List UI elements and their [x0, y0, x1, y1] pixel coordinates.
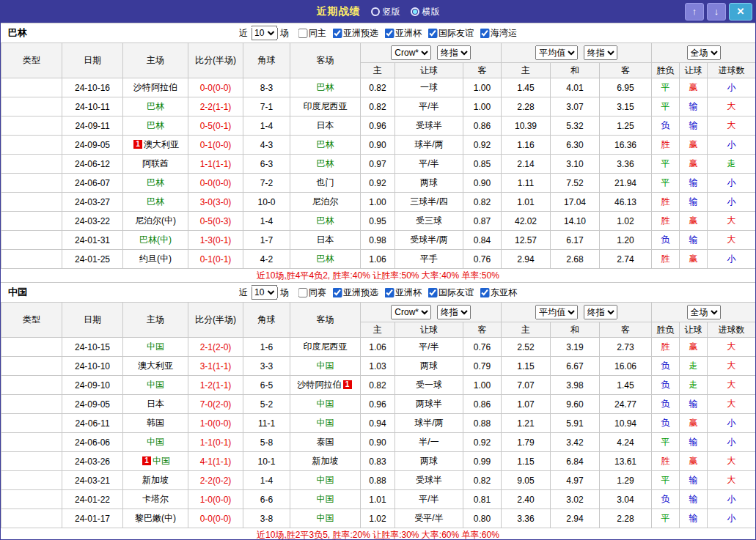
match-type-badge: 亚洲预选 [1, 174, 62, 193]
home-team: 约旦(中) [123, 250, 188, 269]
filter-checkbox-label: 同赛 [309, 286, 326, 299]
odds-home: 0.82 [361, 376, 395, 395]
odds-away: 0.82 [463, 193, 502, 212]
avg-select[interactable]: 平均值 [535, 45, 578, 60]
col-away: 客场 [290, 303, 361, 338]
odds-handicap: 球半/两 [395, 136, 463, 155]
match-row: 亚洲预选24-10-16沙特阿拉伯0-0(0-0)8-3巴林0.82一球1.00… [1, 78, 756, 97]
result-winlose: 胜 [652, 250, 680, 269]
avg-time-select[interactable]: 终指 [584, 305, 617, 319]
filter-checkbox[interactable] [332, 288, 342, 297]
filter-checkbox-label: 亚洲预选 [343, 286, 378, 299]
odds-away: 0.87 [463, 212, 502, 231]
odds-company-select[interactable]: Crow* [391, 45, 431, 60]
subcol-avg-home: 主 [502, 63, 551, 78]
avg-select[interactable]: 平均值 [535, 305, 578, 319]
avg-away-odds: 4.24 [600, 433, 652, 452]
radio-label: 竖版 [383, 6, 400, 18]
match-date: 24-10-15 [62, 338, 123, 357]
filter-checkbox[interactable] [332, 29, 342, 38]
result-handicap: 输 [680, 193, 708, 212]
filter-check-item[interactable]: 亚洲预选 [332, 27, 378, 40]
filter-checkbox-label: 国际友谊 [438, 286, 474, 299]
filter-checkbox[interactable] [480, 288, 489, 297]
avg-home-odds: 1.79 [502, 433, 551, 452]
corner-score: 10-1 [243, 452, 290, 471]
filter-matches-label: 场 [280, 286, 289, 299]
home-team: 韩国 [123, 414, 188, 433]
avg-away-odds: 3.04 [600, 490, 652, 509]
score: 1-0(0-0) [188, 414, 243, 433]
score: 1-0(0-0) [188, 490, 243, 509]
avg-away-odds: 1.25 [600, 116, 652, 136]
filter-check-item[interactable]: 亚洲预选 [332, 286, 378, 299]
avg-home-odds: 1.16 [502, 136, 551, 155]
filter-checkbox[interactable] [427, 29, 437, 38]
move-up-button[interactable]: ↑ [685, 3, 704, 21]
section-header: 巴林 近 10 场 同主亚洲预选亚洲杯国际友谊海湾运 [1, 23, 755, 42]
filter-check-item[interactable]: 亚洲杯 [384, 286, 422, 299]
match-count-select[interactable]: 10 [251, 285, 277, 300]
result-goals: 大 [708, 357, 756, 376]
filter-check-item[interactable]: 亚洲杯 [384, 27, 422, 40]
avg-away-odds: 2.73 [600, 338, 652, 357]
odds-time-select[interactable]: 终指 [437, 45, 471, 60]
away-team: 泰国 [290, 433, 361, 452]
corner-score: 5-8 [243, 433, 290, 452]
match-type-badge: 亚洲预选 [1, 212, 62, 231]
filter-check-item[interactable]: 同主 [298, 27, 326, 40]
move-down-button[interactable]: ↓ [707, 3, 726, 21]
odds-company-select[interactable]: Crow* [391, 305, 431, 319]
avg-away-odds: 46.13 [600, 193, 652, 212]
avg-time-select[interactable]: 终指 [584, 45, 617, 60]
odds-home: 1.00 [361, 193, 395, 212]
filter-checkbox[interactable] [298, 29, 307, 38]
match-date: 24-06-06 [62, 433, 123, 452]
filter-checkbox[interactable] [298, 288, 307, 297]
filter-checkbox[interactable] [480, 29, 489, 38]
scope-select[interactable]: 全场 [687, 45, 721, 60]
filter-check-item[interactable]: 海湾运 [480, 27, 517, 40]
odds-handicap: 受球半/两 [395, 231, 463, 250]
match-row: 亚洲预选24-10-11巴林2-2(1-1)7-1印度尼西亚0.82平/半1.0… [1, 97, 756, 116]
result-winlose: 负 [652, 376, 680, 395]
odds-home: 0.82 [361, 97, 395, 116]
match-date: 24-01-17 [62, 509, 123, 528]
close-icon[interactable]: ✕ [729, 3, 752, 21]
team-name: 巴林 [8, 26, 27, 40]
odds-handicap: 两球 [395, 357, 463, 376]
score: 1-3(0-1) [188, 231, 243, 250]
layout-radio-vertical[interactable]: 竖版 [371, 6, 400, 18]
odds-away: 0.99 [463, 452, 502, 471]
filter-check-item[interactable]: 国际友谊 [427, 27, 474, 40]
away-team: 巴林 [290, 78, 361, 97]
odds-time-select[interactable]: 终指 [437, 305, 471, 319]
match-count-select[interactable]: 10 [251, 26, 277, 40]
filter-check-item[interactable]: 同赛 [298, 286, 326, 299]
match-row: 亚洲预选24-03-22尼泊尔(中)0-5(0-3)1-4巴林0.95受三球0.… [1, 212, 756, 231]
filter-checkbox[interactable] [384, 288, 394, 297]
scope-select[interactable]: 全场 [687, 305, 721, 319]
result-winlose: 平 [652, 433, 680, 452]
team-section-china: 中国 近 10 场 同赛亚洲预选亚洲杯国际友谊东亚杯 类型 日期 主场 比分 [1, 282, 755, 540]
avg-odds-header: 平均值 终指 [502, 43, 652, 63]
filter-checkbox[interactable] [427, 288, 437, 297]
match-type-badge: 亚洲杯 [1, 231, 62, 250]
filter-near-label: 近 [239, 286, 248, 299]
filter-checkbox[interactable] [384, 29, 394, 38]
filter-check-item[interactable]: 东亚杯 [480, 286, 517, 299]
odds-away: 1.00 [463, 376, 502, 395]
avg-draw-odds: 4.01 [551, 78, 600, 97]
odds-handicap: 受球半 [395, 116, 463, 136]
avg-draw-odds: 3.98 [551, 376, 600, 395]
avg-draw-odds: 2.94 [551, 509, 600, 528]
avg-home-odds: 42.02 [502, 212, 551, 231]
filter-check-item[interactable]: 国际友谊 [427, 286, 474, 299]
result-scope-header: 全场 [652, 43, 756, 63]
score: 0-5(0-3) [188, 212, 243, 231]
odds-away: 0.86 [463, 395, 502, 414]
layout-radio-horizontal[interactable]: 横版 [411, 6, 440, 18]
col-score: 比分(半场) [188, 43, 243, 78]
result-goals: 小 [708, 414, 756, 433]
subcol-odds-away: 客 [463, 322, 502, 338]
